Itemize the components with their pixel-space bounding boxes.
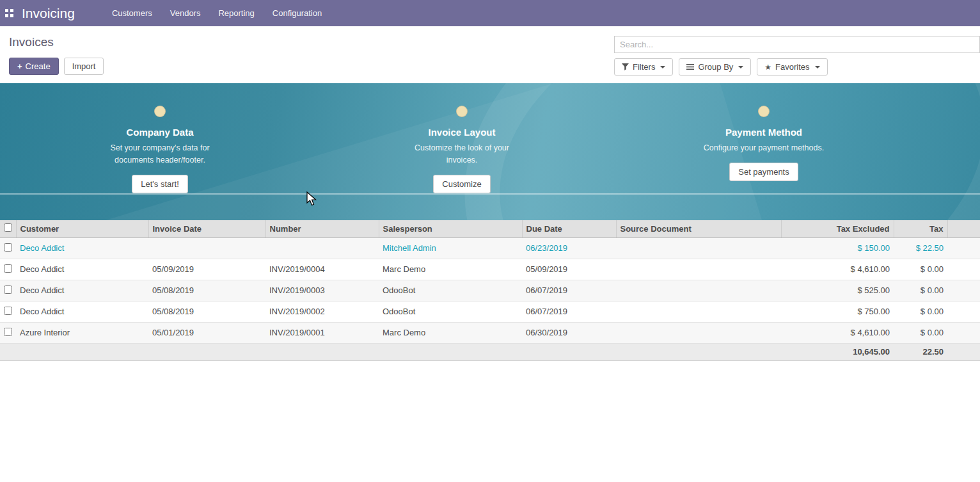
total-tax-excluded: 10,645.00 bbox=[781, 343, 894, 360]
apps-grid-icon[interactable] bbox=[0, 9, 22, 18]
cell-tax[interactable]: $ 0.00 bbox=[894, 259, 947, 280]
cell-source-document[interactable] bbox=[616, 237, 781, 259]
menu-reporting[interactable]: Reporting bbox=[209, 0, 263, 26]
cell-tax-excluded[interactable]: $ 4,610.00 bbox=[781, 322, 894, 343]
cell-number[interactable]: INV/2019/0002 bbox=[265, 301, 379, 322]
cell-customer[interactable]: Deco Addict bbox=[16, 259, 148, 280]
invoice-row[interactable]: Azure Interior 05/01/2019 INV/2019/0001 … bbox=[0, 322, 980, 343]
cell-invoice-date[interactable]: 05/01/2019 bbox=[148, 322, 265, 343]
invoice-row[interactable]: Deco Addict 05/09/2019 INV/2019/0004 Mar… bbox=[0, 259, 980, 280]
plus-icon: + bbox=[17, 61, 22, 71]
cell-tax[interactable]: $ 22.50 bbox=[894, 237, 947, 259]
column-header-number[interactable]: Number bbox=[265, 220, 379, 237]
cell-due-date[interactable]: 06/30/2019 bbox=[522, 322, 616, 343]
cell-tax[interactable]: $ 0.00 bbox=[894, 280, 947, 301]
cell-spacer bbox=[947, 237, 980, 259]
cell-salesperson[interactable]: OdooBot bbox=[379, 280, 522, 301]
chevron-down-icon bbox=[738, 66, 743, 68]
row-checkbox[interactable] bbox=[4, 307, 12, 315]
group-by-label: Group By bbox=[698, 62, 733, 72]
column-header-tax-excluded[interactable]: Tax Excluded bbox=[781, 220, 894, 237]
cell-tax[interactable]: $ 0.00 bbox=[894, 322, 947, 343]
menu-customers[interactable]: Customers bbox=[103, 0, 161, 26]
cell-source-document[interactable] bbox=[616, 322, 781, 343]
funnel-icon bbox=[622, 63, 629, 70]
app-title[interactable]: Invoicing bbox=[22, 6, 75, 21]
cell-due-date[interactable]: 06/07/2019 bbox=[522, 301, 616, 322]
column-header-invoice-date[interactable]: Invoice Date bbox=[148, 220, 265, 237]
cell-tax-excluded[interactable]: $ 525.00 bbox=[781, 280, 894, 301]
favorites-label: Favorites bbox=[775, 62, 809, 72]
search-input[interactable] bbox=[614, 36, 980, 53]
set-payments-button[interactable]: Set payments bbox=[729, 163, 798, 181]
cell-invoice-date[interactable]: 05/09/2019 bbox=[148, 259, 265, 280]
cell-tax[interactable]: $ 0.00 bbox=[894, 301, 947, 322]
favorites-button[interactable]: ★ Favorites bbox=[757, 58, 827, 76]
cell-source-document[interactable] bbox=[616, 259, 781, 280]
column-header-source-document[interactable]: Source Document bbox=[616, 220, 781, 237]
row-checkbox-cell bbox=[0, 322, 16, 343]
cell-salesperson[interactable]: Marc Demo bbox=[379, 259, 522, 280]
cell-tax-excluded[interactable]: $ 150.00 bbox=[781, 237, 894, 259]
import-button[interactable]: Import bbox=[64, 58, 104, 75]
cell-number[interactable]: INV/2019/0001 bbox=[265, 322, 379, 343]
cell-customer[interactable]: Deco Addict bbox=[16, 237, 148, 259]
row-checkbox[interactable] bbox=[4, 285, 12, 294]
cell-invoice-date[interactable]: 05/08/2019 bbox=[148, 301, 265, 322]
chevron-down-icon bbox=[660, 66, 665, 68]
create-button[interactable]: +Create bbox=[9, 58, 59, 75]
row-checkbox[interactable] bbox=[4, 328, 12, 336]
row-checkbox[interactable] bbox=[4, 243, 12, 252]
cell-number[interactable] bbox=[265, 237, 379, 259]
cell-due-date[interactable]: 06/23/2019 bbox=[522, 237, 616, 259]
totals-empty-cell bbox=[379, 343, 522, 360]
top-navbar: Invoicing Customers Vendors Reporting Co… bbox=[0, 0, 980, 26]
onboarding-steps: Company Data Set your company's data for… bbox=[9, 83, 915, 193]
cell-customer[interactable]: Deco Addict bbox=[16, 301, 148, 322]
step-marker-dot bbox=[758, 106, 770, 117]
cell-source-document[interactable] bbox=[616, 301, 781, 322]
column-header-due-date[interactable]: Due Date bbox=[522, 220, 616, 237]
cell-salesperson[interactable]: OdooBot bbox=[379, 301, 522, 322]
cell-source-document[interactable] bbox=[616, 280, 781, 301]
invoice-row[interactable]: Deco Addict 05/08/2019 INV/2019/0002 Odo… bbox=[0, 301, 980, 322]
step-title: Payment Method bbox=[725, 127, 802, 138]
row-checkbox[interactable] bbox=[4, 264, 12, 273]
step-title: Company Data bbox=[126, 127, 193, 138]
cell-spacer bbox=[947, 322, 980, 343]
cell-customer[interactable]: Deco Addict bbox=[16, 280, 148, 301]
cell-tax-excluded[interactable]: $ 750.00 bbox=[781, 301, 894, 322]
cell-due-date[interactable]: 05/09/2019 bbox=[522, 259, 616, 280]
row-checkbox-cell bbox=[0, 237, 16, 259]
filters-label: Filters bbox=[633, 62, 655, 72]
cell-spacer bbox=[947, 280, 980, 301]
customize-button[interactable]: Customize bbox=[433, 175, 490, 193]
lets-start-button[interactable]: Let's start! bbox=[132, 175, 188, 193]
cell-number[interactable]: INV/2019/0004 bbox=[265, 259, 379, 280]
cell-invoice-date[interactable] bbox=[148, 237, 265, 259]
page-title: Invoices bbox=[9, 35, 54, 49]
cell-number[interactable]: INV/2019/0003 bbox=[265, 280, 379, 301]
action-buttons: +Create Import bbox=[9, 58, 104, 75]
cell-invoice-date[interactable]: 05/08/2019 bbox=[148, 280, 265, 301]
column-header-tax[interactable]: Tax bbox=[894, 220, 947, 237]
select-all-checkbox[interactable] bbox=[4, 223, 12, 232]
menu-configuration[interactable]: Configuration bbox=[264, 0, 331, 26]
control-panel: Invoices +Create Import Filters Group By… bbox=[0, 26, 980, 83]
cell-salesperson[interactable]: Mitchell Admin bbox=[379, 237, 522, 259]
cell-customer[interactable]: Azure Interior bbox=[16, 322, 148, 343]
totals-empty-cell bbox=[616, 343, 781, 360]
totals-empty-cell bbox=[16, 343, 148, 360]
total-tax: 22.50 bbox=[894, 343, 947, 360]
cell-due-date[interactable]: 06/07/2019 bbox=[522, 280, 616, 301]
column-header-customer[interactable]: Customer bbox=[16, 220, 148, 237]
filters-button[interactable]: Filters bbox=[614, 58, 673, 76]
cell-salesperson[interactable]: Marc Demo bbox=[379, 322, 522, 343]
invoice-row[interactable]: Deco Addict Mitchell Admin 06/23/2019 $ … bbox=[0, 237, 980, 259]
cell-tax-excluded[interactable]: $ 4,610.00 bbox=[781, 259, 894, 280]
onboarding-banner: Company Data Set your company's data for… bbox=[0, 83, 980, 220]
column-header-salesperson[interactable]: Salesperson bbox=[379, 220, 522, 237]
menu-vendors[interactable]: Vendors bbox=[161, 0, 210, 26]
group-by-button[interactable]: Group By bbox=[679, 58, 751, 76]
invoice-row[interactable]: Deco Addict 05/08/2019 INV/2019/0003 Odo… bbox=[0, 280, 980, 301]
